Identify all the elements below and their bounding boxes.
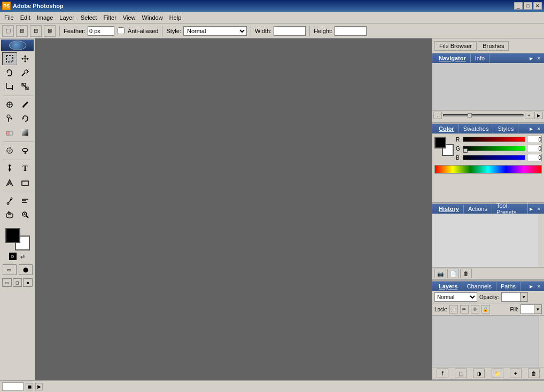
lock-image-pixels[interactable]: ✏ — [460, 305, 469, 313]
tab-info[interactable]: Info — [471, 54, 489, 62]
magic-wand-tool[interactable] — [18, 66, 33, 79]
blend-mode-select[interactable]: Normal Multiply Screen Overlay — [434, 292, 477, 302]
brushes-button[interactable]: Brushes — [478, 41, 509, 51]
marquee-intersect-selection[interactable]: ⊠ — [44, 25, 56, 37]
layer-folder-button[interactable]: 📁 — [492, 369, 503, 378]
quick-mask-button[interactable]: ⬤ — [19, 264, 33, 275]
fill-arrow[interactable]: ▼ — [534, 305, 541, 313]
menu-help[interactable]: Help — [166, 13, 185, 22]
layers-scroll[interactable] — [539, 316, 544, 367]
maximize-button[interactable]: □ — [524, 2, 532, 10]
opacity-arrow[interactable]: ▼ — [520, 293, 527, 301]
menu-window[interactable]: Window — [139, 13, 166, 22]
menu-image[interactable]: Image — [34, 13, 57, 22]
standard-screen-button[interactable]: ▭ — [2, 278, 12, 287]
b-slider[interactable] — [463, 155, 525, 160]
tab-swatches[interactable]: Swatches — [459, 124, 494, 133]
full-screen-menu-button[interactable]: ◻ — [13, 278, 22, 287]
menu-view[interactable]: View — [120, 13, 139, 22]
switch-colors-icon[interactable]: ⇄ — [19, 253, 26, 260]
layer-new-button[interactable]: + — [510, 369, 522, 378]
pen-tool[interactable] — [2, 162, 17, 175]
tab-channels[interactable]: Channels — [462, 282, 496, 291]
color-panel-close[interactable]: ✕ — [535, 126, 542, 132]
r-slider[interactable] — [463, 137, 525, 142]
rectangular-marquee-tool[interactable] — [2, 52, 17, 65]
standard-mode-button[interactable]: ▭ — [3, 264, 17, 275]
move-tool[interactable] — [18, 52, 33, 65]
tab-history[interactable]: History — [434, 205, 464, 213]
marquee-add-selection[interactable]: ⊞ — [16, 25, 28, 37]
lock-position[interactable]: ✛ — [471, 305, 479, 313]
shape-tool[interactable] — [18, 176, 33, 189]
nav-arrow-right[interactable]: ▶ — [534, 112, 543, 119]
marquee-new-selection[interactable]: ⬚ — [2, 25, 14, 37]
color-fg-swatch[interactable] — [434, 137, 446, 148]
foreground-color-swatch[interactable] — [5, 228, 20, 243]
marquee-subtract-selection[interactable]: ⊟ — [30, 25, 42, 37]
blur-tool[interactable] — [2, 144, 17, 157]
layer-adjustment-button[interactable]: ◑ — [473, 369, 485, 378]
status-arrow-button[interactable]: ▶ — [35, 383, 43, 390]
healing-brush-tool[interactable] — [2, 98, 17, 111]
crop-tool[interactable] — [2, 80, 17, 93]
layers-panel-arrow[interactable]: ▶ — [528, 283, 534, 289]
style-select[interactable]: Normal Fixed Aspect Ratio Fixed Size — [183, 26, 247, 36]
menu-edit[interactable]: Edit — [17, 13, 34, 22]
layer-mask-button[interactable]: ⬚ — [455, 369, 467, 378]
full-screen-button[interactable]: ■ — [23, 278, 33, 287]
fill-control[interactable]: ▼ — [520, 304, 542, 314]
dodge-tool[interactable] — [18, 144, 33, 157]
menu-select[interactable]: Select — [77, 13, 100, 22]
text-tool[interactable]: T — [18, 162, 33, 175]
tab-navigator[interactable]: Navigator — [434, 54, 471, 62]
color-spectrum[interactable] — [434, 165, 542, 174]
title-controls[interactable]: _ □ ✕ — [514, 2, 542, 10]
history-scroll-right[interactable] — [539, 214, 544, 267]
history-brush-tool[interactable] — [18, 112, 33, 125]
clone-stamp-tool[interactable] — [2, 112, 17, 125]
paint-bucket-tool[interactable] — [18, 126, 33, 139]
tab-styles[interactable]: Styles — [493, 124, 518, 133]
menu-file[interactable]: File — [1, 13, 17, 22]
height-input[interactable] — [335, 26, 367, 36]
navigator-panel-arrow[interactable]: ▶ — [528, 55, 534, 61]
history-delete-button[interactable]: 🗑 — [460, 269, 472, 278]
brush-tool[interactable] — [18, 98, 33, 111]
default-colors-icon[interactable]: D — [9, 253, 17, 260]
layers-panel-close[interactable]: ✕ — [535, 283, 542, 289]
color-panel-arrow[interactable]: ▶ — [528, 126, 534, 132]
zoom-out-btn[interactable]: - — [433, 112, 442, 119]
r-value[interactable] — [527, 136, 542, 143]
status-navigate-icon[interactable]: ◼ — [26, 383, 33, 390]
navigator-panel-close[interactable]: ✕ — [535, 55, 542, 61]
layer-delete-button[interactable]: 🗑 — [528, 369, 540, 378]
feather-input[interactable] — [88, 26, 114, 36]
history-snapshot-button[interactable]: 📷 — [434, 269, 446, 278]
tab-color[interactable]: Color — [434, 124, 459, 133]
anti-aliased-checkbox[interactable] — [118, 27, 125, 34]
layer-fx-button[interactable]: f — [437, 369, 448, 378]
close-button[interactable]: ✕ — [533, 2, 542, 10]
history-panel-close[interactable]: ✕ — [535, 206, 542, 212]
minimize-button[interactable]: _ — [514, 2, 523, 10]
history-new-doc-button[interactable]: 📄 — [447, 269, 459, 278]
history-panel-arrow[interactable]: ▶ — [528, 206, 534, 212]
width-input[interactable] — [274, 26, 306, 36]
file-browser-button[interactable]: File Browser — [434, 41, 477, 51]
b-value[interactable] — [527, 154, 542, 161]
eyedropper-tool[interactable] — [2, 194, 17, 207]
path-selection-tool[interactable] — [2, 176, 17, 189]
lock-all[interactable]: 🔒 — [481, 305, 490, 313]
tab-paths[interactable]: Paths — [496, 282, 520, 291]
opacity-control[interactable]: ▼ — [501, 292, 528, 302]
hand-tool[interactable] — [2, 208, 17, 221]
zoom-in-btn[interactable]: + — [525, 112, 533, 119]
nav-slider-thumb[interactable] — [468, 113, 472, 117]
menu-filter[interactable]: Filter — [100, 13, 119, 22]
zoom-tool[interactable] — [18, 208, 33, 221]
menu-layer[interactable]: Layer — [56, 13, 77, 22]
foreground-background-colors[interactable] — [5, 228, 30, 250]
slice-tool[interactable] — [18, 80, 33, 93]
tab-actions[interactable]: Actions — [464, 205, 492, 213]
